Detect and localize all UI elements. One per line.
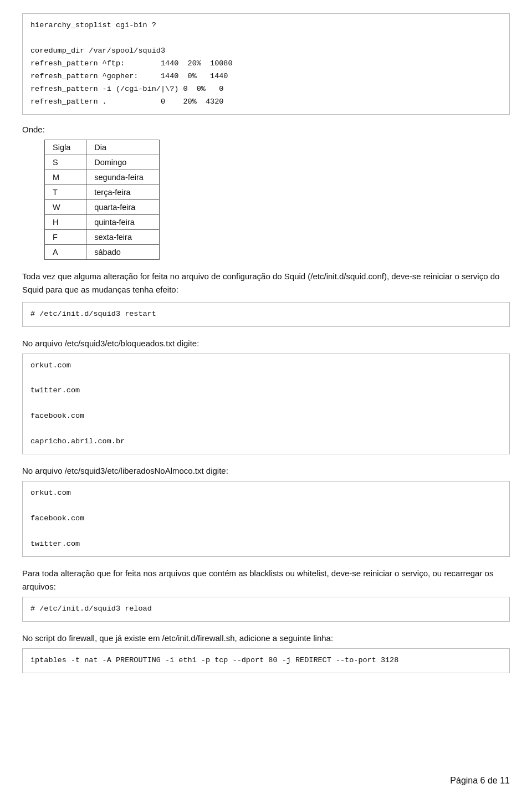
table-row: H quinta-feira — [45, 214, 160, 229]
table-header-dia: Dia — [86, 140, 160, 155]
table-row: W quarta-feira — [45, 199, 160, 214]
table-row: A sábado — [45, 244, 160, 259]
table-row: S Domingo — [45, 155, 160, 170]
paragraph-firewall-intro: No script do firewall, que já existe em … — [22, 632, 510, 645]
onde-section: Onde: Sigla Dia S Domingo M segunda-feir… — [22, 125, 510, 260]
table-row: T terça-feira — [45, 185, 160, 199]
paragraph-liberados: No arquivo /etc/squid3/etc/liberadosNoAl… — [22, 464, 510, 478]
table-row: F sexta-feira — [45, 229, 160, 244]
liberados-code-block: orkut.com facebook.com twitter.com — [22, 481, 510, 557]
header-code-block: hierarchy_stoplist cgi-bin ? coredump_di… — [22, 13, 510, 115]
paragraph-restart-intro: Toda vez que alguma alteração for feita … — [22, 270, 510, 296]
onde-table: Sigla Dia S Domingo M segunda-feira T te… — [44, 140, 160, 260]
table-header-sigla: Sigla — [45, 140, 86, 155]
paragraph-reload-intro: Para toda alteração que for feita nos ar… — [22, 567, 510, 593]
restart-code-block: # /etc/init.d/squid3 restart — [22, 302, 510, 327]
bloqueados-code-block: orkut.com twitter.com facebook.com capri… — [22, 354, 510, 455]
onde-label: Onde: — [22, 125, 510, 134]
iptables-code-block: iptables -t nat -A PREROUTING -i eth1 -p… — [22, 648, 510, 673]
paragraph-bloqueados: No arquivo /etc/squid3/etc/bloqueados.tx… — [22, 337, 510, 350]
table-row: M segunda-feira — [45, 170, 160, 185]
reload-code-block: # /etc/init.d/squid3 reload — [22, 597, 510, 622]
